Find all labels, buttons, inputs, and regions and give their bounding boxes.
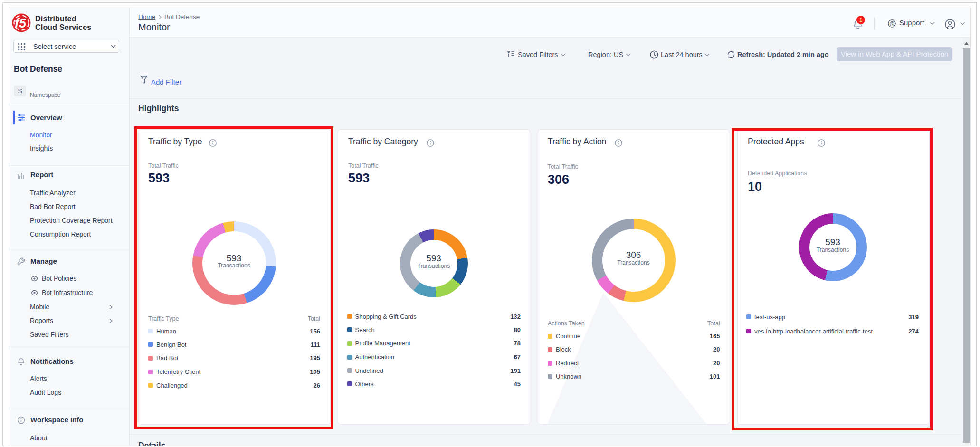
- svg-text:@: @: [889, 20, 894, 26]
- svg-text:f5: f5: [15, 16, 27, 30]
